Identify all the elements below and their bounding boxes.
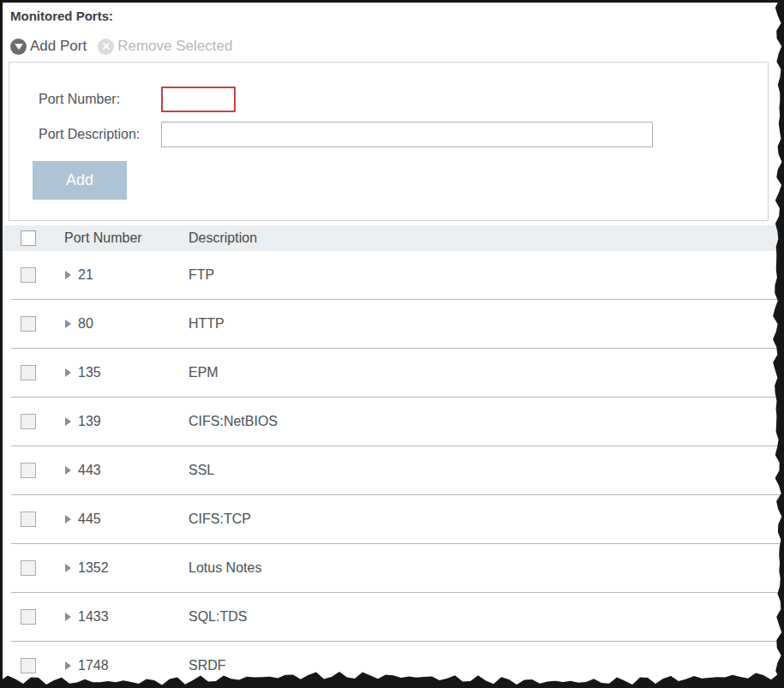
row-checkbox[interactable] [21,316,36,332]
expand-triangle-icon[interactable] [65,515,71,523]
expand-triangle-icon[interactable] [65,661,71,670]
expand-triangle-icon[interactable] [65,271,71,279]
port-number-cell-wrap: 1748 [60,658,186,673]
add-port-form: Port Number: Port Description: Add [9,62,769,221]
description-cell: EPM [186,365,784,380]
port-number-cell: 443 [78,463,101,478]
port-number-cell: 135 [78,365,101,380]
row-checkbox-cell [11,658,60,673]
port-number-label: Port Number: [39,92,120,107]
toolbar: Add Port Remove Selected [10,37,232,56]
row-checkbox-cell [11,414,60,429]
remove-selected-button[interactable]: Remove Selected [98,38,232,55]
add-button[interactable]: Add [33,161,127,200]
description-cell: HTTP [186,316,784,332]
table-row: 139 CIFS:NetBIOS [11,398,784,446]
table-row: 1433 SQL:TDS [11,593,784,642]
row-checkbox[interactable] [21,414,36,429]
row-checkbox-cell [11,365,60,380]
row-checkbox-cell [11,560,60,576]
expand-triangle-icon[interactable] [65,320,71,328]
expand-triangle-icon[interactable] [65,466,71,475]
table-row: 80 HTTP [11,300,784,349]
expand-triangle-icon[interactable] [65,613,71,621]
port-description-input[interactable] [161,122,653,147]
port-number-cell: 139 [78,414,101,429]
description-column-header: Description [186,230,784,246]
row-checkbox-cell [11,512,60,527]
row-checkbox[interactable] [21,658,36,673]
description-cell: SSL [186,463,784,478]
row-checkbox-cell [11,267,60,283]
port-number-cell: 445 [78,512,101,527]
table-row: 1748 SRDF [11,642,784,688]
row-checkbox[interactable] [21,463,36,478]
port-number-cell-wrap: 1352 [60,560,186,576]
port-number-cell-wrap: 445 [60,512,186,527]
port-number-cell-wrap: 139 [60,414,186,429]
row-checkbox[interactable] [21,512,36,527]
description-cell: SRDF [186,658,784,673]
add-port-button[interactable]: Add Port [10,38,87,55]
row-checkbox[interactable] [21,560,36,576]
table-row: 1352 Lotus Notes [11,544,784,593]
add-port-label: Add Port [30,38,87,55]
port-number-cell: 21 [78,267,93,283]
table-header-row: Port Number Description [3,225,784,251]
frame-border-top [0,0,784,3]
ports-table: Port Number Description 21 FTP 80 HTTP 1… [3,225,784,688]
description-cell: CIFS:NetBIOS [186,414,784,429]
remove-selected-label: Remove Selected [117,38,232,55]
table-row: 21 FTP [11,251,784,300]
table-row: 443 SSL [11,446,784,495]
port-number-cell-wrap: 21 [60,267,186,283]
row-checkbox[interactable] [21,365,36,380]
port-table-body: 21 FTP 80 HTTP 135 EPM 139 CIFS:NetBIO [3,251,784,688]
row-checkbox-cell [11,463,60,478]
port-number-cell-wrap: 135 [60,365,186,380]
port-number-cell: 1433 [78,609,109,625]
port-number-cell-wrap: 1433 [60,609,186,625]
port-number-cell: 80 [78,316,93,332]
port-number-input[interactable] [161,87,236,112]
description-cell: SQL:TDS [186,609,784,625]
x-circle-icon [98,39,114,55]
port-number-cell: 1352 [78,560,109,576]
port-number-column-header: Port Number [60,230,186,246]
table-row: 445 CIFS:TCP [11,495,784,544]
expand-triangle-icon[interactable] [65,564,71,572]
port-description-label: Port Description: [39,127,140,142]
chevron-down-circle-icon [10,39,27,55]
expand-triangle-icon[interactable] [65,368,71,377]
description-cell: FTP [186,267,784,283]
port-number-cell: 1748 [78,658,109,673]
row-checkbox-cell [11,609,60,625]
expand-triangle-icon[interactable] [65,417,71,426]
description-cell: CIFS:TCP [186,512,784,527]
screenshot-frame: Monitored Ports: Add Port Remove Selecte… [0,0,784,688]
port-number-cell-wrap: 80 [60,316,186,332]
select-all-checkbox[interactable] [21,230,36,246]
row-checkbox[interactable] [21,609,36,625]
page-title: Monitored Ports: [10,9,113,23]
row-checkbox[interactable] [21,267,36,283]
row-checkbox-cell [11,316,60,332]
table-row: 135 EPM [11,349,784,398]
description-cell: Lotus Notes [186,560,784,576]
port-number-cell-wrap: 443 [60,463,186,478]
select-all-cell [3,230,60,246]
